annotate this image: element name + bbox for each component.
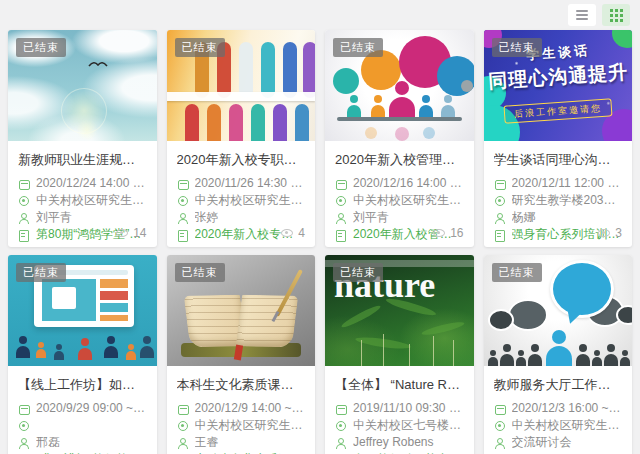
event-card[interactable]: 已结束 【线上工作坊】如何促进师生良好... 2020/9/29 09:00 ~… — [8, 255, 157, 454]
list-view-icon — [576, 14, 588, 16]
test-tube — [185, 104, 199, 141]
event-card[interactable]: 已结束 新教师职业生涯规划与发展 2020/12/24 14:00 ~ 15:3… — [8, 30, 157, 247]
browser-sidebar — [100, 279, 128, 321]
event-card-grid: 已结束 新教师职业生涯规划与发展 2020/12/24 14:00 ~ 15:3… — [0, 30, 640, 454]
card-location: 中关村校区研究生楼302教室 — [18, 192, 147, 209]
status-badge: 已结束 — [16, 38, 66, 57]
eye-icon — [281, 227, 293, 239]
test-tube — [273, 104, 287, 141]
person-figure — [488, 357, 498, 366]
location-icon — [18, 420, 30, 432]
status-badge: 已结束 — [333, 38, 383, 57]
person-figure — [604, 354, 618, 366]
calendar-icon — [177, 178, 189, 190]
card-title[interactable]: 【全体】 “Nature Research Acad... — [335, 375, 464, 394]
card-location: 中关村校区研究生楼302 — [335, 192, 464, 209]
card-title[interactable]: 教师服务大厅工作交流研讨会 — [494, 375, 623, 394]
card-datetime: 2019/11/10 09:30 ~ 11/11 17:00 — [335, 400, 464, 417]
event-card[interactable]: 已结束 2020年新入校专职实验人员岗前培... 2020/11/26 14:3… — [167, 30, 316, 247]
card-datetime: 2020/11/26 14:30 ~ 15:30 — [177, 175, 306, 192]
view-toolbar — [0, 0, 640, 30]
list-view-button[interactable] — [568, 4, 596, 26]
card-title[interactable]: 【线上工作坊】如何促进师生良好... — [18, 375, 147, 394]
grid-view-button[interactable] — [602, 4, 630, 26]
event-image-nature-cover[interactable]: nature 已结束 — [325, 255, 474, 366]
test-tube — [207, 104, 221, 141]
person-figure — [371, 105, 385, 117]
reflection — [423, 127, 435, 139]
person-figure — [528, 354, 542, 366]
card-person: 交流研讨会 — [494, 434, 623, 451]
moss-stem — [409, 344, 410, 366]
category-icon — [335, 229, 347, 241]
card-title[interactable]: 新教师职业生涯规划与发展 — [18, 150, 147, 169]
status-badge: 已结束 — [333, 263, 383, 282]
test-tube — [303, 42, 316, 98]
person-icon — [18, 437, 30, 449]
status-badge: 已结束 — [16, 263, 66, 282]
person-figure — [441, 105, 455, 117]
card-person: 王睿 — [177, 434, 306, 451]
location-icon — [335, 420, 347, 432]
test-tube — [239, 42, 253, 98]
status-badge: 已结束 — [492, 263, 542, 282]
event-image-seminar[interactable]: 已结束 — [484, 255, 633, 366]
person-figure — [54, 351, 64, 360]
book-page — [236, 295, 299, 348]
view-count: 3 — [598, 226, 622, 240]
fern-leaf — [421, 320, 465, 337]
events-page: 已结束 新教师职业生涯规划与发展 2020/12/24 14:00 ~ 15:3… — [0, 0, 640, 454]
event-card[interactable]: 已结束 教师服务大厅工作交流研讨会 2020/12/3 16:00 ~ 17:3… — [484, 255, 633, 454]
calendar-icon — [18, 178, 30, 190]
person-icon — [177, 437, 189, 449]
person-figure — [104, 346, 118, 358]
location-icon — [494, 420, 506, 432]
moss-stem — [453, 340, 454, 366]
card-title[interactable]: 学生谈话同理心沟通提升 — [494, 150, 623, 169]
card-location: 中关村校区研究生楼105 — [177, 192, 306, 209]
person-figure — [592, 357, 602, 366]
calendar-icon — [335, 178, 347, 190]
lens-flare — [76, 119, 98, 141]
status-badge: 已结束 — [175, 38, 225, 57]
location-icon — [177, 420, 189, 432]
moss-stem — [383, 334, 384, 366]
location-icon — [335, 195, 347, 207]
event-card[interactable]: 已结束 2020年新入校管理人员岗前培训—... 2020/12/16 14:0… — [325, 30, 474, 247]
bookmark-ribbon — [233, 345, 242, 361]
base-bar — [337, 117, 462, 121]
card-title[interactable]: 2020年新入校管理人员岗前培训—... — [335, 150, 464, 169]
event-card[interactable]: nature 已结束 【全体】 “Nature Research Acad...… — [325, 255, 474, 454]
card-location: 研究生教学楼203室（中关村校区） — [494, 192, 623, 209]
event-image-online-workshop[interactable]: 已结束 — [8, 255, 157, 366]
event-card[interactable]: 学生谈话 同理心沟通提升 后浪工作室邀请您 已结束 学生谈话同理心沟通提升 20… — [484, 30, 633, 247]
card-location: 中关村校区研究生楼106教室 — [494, 417, 623, 434]
calendar-icon — [494, 178, 506, 190]
speech-bubble — [550, 260, 614, 318]
person-figure — [140, 346, 154, 358]
card-title[interactable]: 本科生文化素质课教师教学能力提... — [177, 375, 306, 394]
person-figure — [500, 354, 514, 366]
card-location: 中关村校区七号楼报告厅 — [335, 417, 464, 434]
calendar-icon — [494, 403, 506, 415]
event-image-discussion[interactable]: 已结束 — [325, 30, 474, 141]
card-datetime: 2020/12/9 14:00 ~ 15:30 — [177, 400, 306, 417]
speech-bubble — [488, 309, 514, 331]
event-image-book[interactable]: 已结束 — [167, 255, 316, 366]
card-person: 刘平青 — [335, 209, 464, 226]
speech-bubble — [333, 68, 359, 94]
event-image-banner[interactable]: 学生谈话 同理心沟通提升 后浪工作室邀请您 已结束 — [484, 30, 633, 141]
person-figure — [36, 349, 46, 358]
person-icon — [177, 212, 189, 224]
person-figure — [516, 357, 526, 366]
card-location — [18, 417, 147, 434]
event-card[interactable]: 已结束 本科生文化素质课教师教学能力提... 2020/12/9 14:00 ~… — [167, 255, 316, 454]
view-count: 4 — [281, 226, 305, 240]
event-image-sky[interactable]: 已结束 — [8, 30, 157, 141]
person-figure — [620, 357, 630, 366]
card-person: 刘平青 — [18, 209, 147, 226]
event-image-test-tubes[interactable]: 已结束 — [167, 30, 316, 141]
eye-icon — [598, 227, 610, 239]
grid-view-icon — [610, 9, 623, 22]
card-title[interactable]: 2020年新入校专职实验人员岗前培... — [177, 150, 306, 169]
